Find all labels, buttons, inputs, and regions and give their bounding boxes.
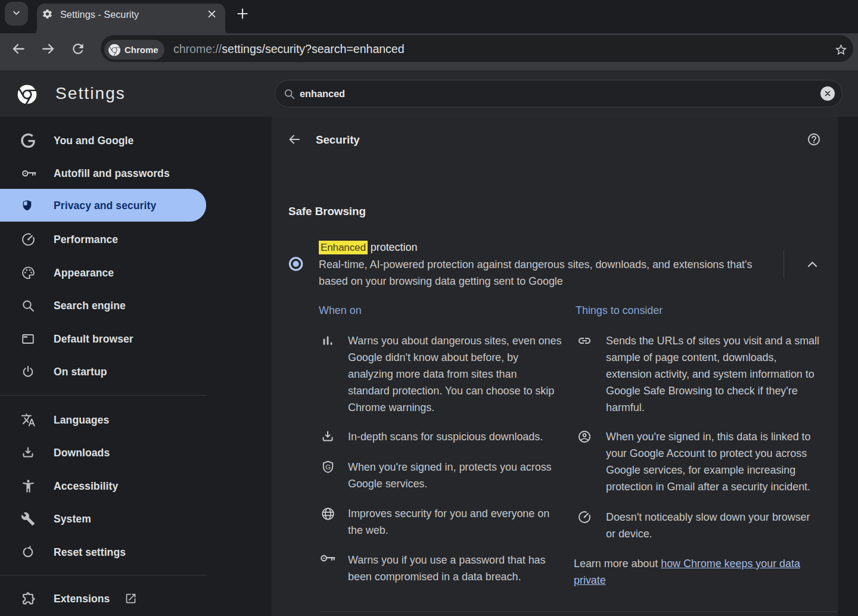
svg-text:G: G — [325, 463, 331, 471]
